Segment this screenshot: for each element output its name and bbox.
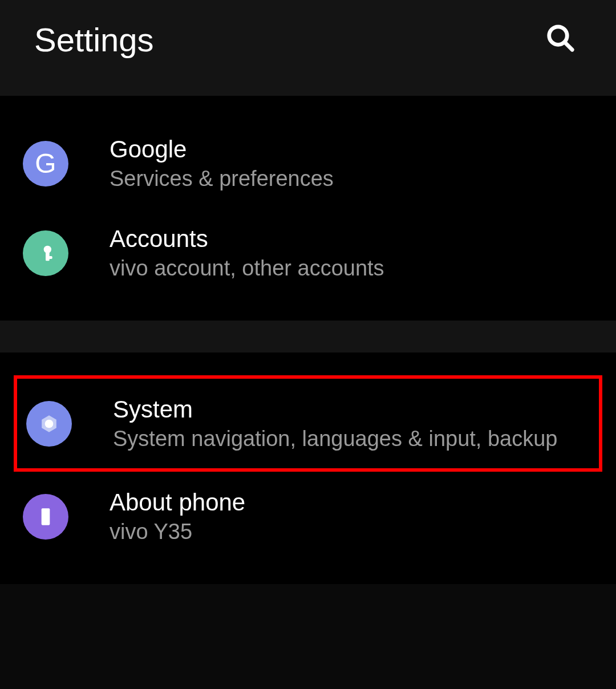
search-button[interactable] [540, 17, 582, 62]
item-title: System [113, 396, 590, 423]
page-title: Settings [34, 21, 154, 59]
settings-group-2: System System navigation, languages & in… [0, 352, 616, 584]
settings-item-about-phone[interactable]: About phone vivo Y35 [0, 472, 616, 561]
item-subtitle: Services & preferences [110, 167, 593, 191]
item-title: Google [110, 136, 593, 163]
google-icon: G [23, 141, 68, 187]
settings-item-system[interactable]: System System navigation, languages & in… [14, 375, 602, 472]
settings-item-accounts[interactable]: Accounts vivo account, other accounts [0, 208, 616, 298]
svg-line-1 [565, 42, 573, 50]
system-icon [26, 401, 72, 447]
svg-rect-4 [46, 256, 52, 259]
svg-point-6 [45, 419, 54, 428]
item-text: System System navigation, languages & in… [113, 396, 590, 451]
settings-item-google[interactable]: G Google Services & preferences [0, 119, 616, 208]
item-subtitle: System navigation, languages & input, ba… [113, 427, 590, 451]
settings-group-1: G Google Services & preferences Accounts… [0, 96, 616, 321]
svg-rect-7 [42, 508, 50, 525]
item-title: Accounts [110, 225, 593, 253]
item-subtitle: vivo account, other accounts [110, 256, 593, 281]
item-text: Google Services & preferences [110, 136, 593, 191]
key-icon [23, 230, 68, 276]
settings-header: Settings [0, 0, 616, 96]
divider [0, 321, 616, 352]
item-title: About phone [110, 489, 593, 516]
item-subtitle: vivo Y35 [110, 520, 593, 544]
item-text: About phone vivo Y35 [110, 489, 593, 544]
search-icon [545, 23, 576, 54]
phone-icon [23, 494, 68, 540]
item-text: Accounts vivo account, other accounts [110, 225, 593, 281]
